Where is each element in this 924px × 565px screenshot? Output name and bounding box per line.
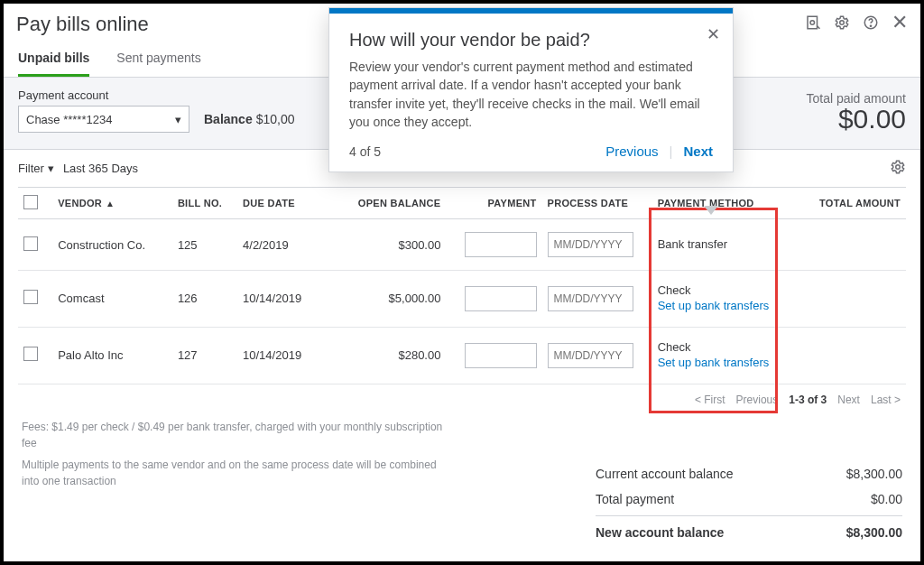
process-date-input[interactable] — [548, 286, 633, 311]
history-icon[interactable] — [805, 14, 821, 35]
fees-text-line1: Fees: $1.49 per check / $0.49 per bank t… — [22, 419, 455, 451]
table-settings-gear-icon[interactable] — [890, 159, 906, 178]
col-due-date[interactable]: DUE DATE — [237, 188, 333, 219]
pager-range: 1-3 of 3 — [789, 394, 827, 406]
cell-vendor: Construction Co. — [52, 219, 172, 271]
table-row: Construction Co.1254/2/2019$300.00Bank t… — [18, 219, 906, 271]
payment-account-value: Chase *****1234 — [26, 113, 112, 126]
col-process-date[interactable]: PROCESS DATE — [542, 188, 652, 219]
balance-label: Balance — [204, 112, 253, 126]
cell-payment-method: Bank transfer — [652, 219, 791, 271]
payment-input[interactable] — [465, 286, 537, 311]
payment-input[interactable] — [465, 232, 537, 257]
cell-bill-no: 125 — [172, 219, 237, 271]
settings-gear-icon[interactable] — [834, 14, 850, 35]
cell-due-date: 10/14/2019 — [237, 271, 333, 328]
sort-asc-icon: ▲ — [106, 199, 115, 208]
total-paid-amount: $0.00 — [806, 106, 906, 133]
setup-bank-transfers-link[interactable]: Set up bank transfers — [658, 299, 786, 314]
pager-previous[interactable]: Previous — [736, 394, 779, 406]
row-checkbox[interactable] — [23, 236, 38, 251]
tab-sent-payments[interactable]: Sent payments — [116, 45, 200, 77]
summary-total-value: $0.00 — [871, 492, 902, 506]
process-date-input[interactable] — [548, 343, 633, 368]
payment-input[interactable] — [465, 343, 537, 368]
tour-popover: ✕ How will your vendor be paid? Review y… — [328, 7, 734, 172]
cell-vendor: Palo Alto Inc — [52, 327, 172, 384]
svg-point-2 — [840, 20, 845, 24]
table-row: Comcast12610/14/2019$5,000.00CheckSet up… — [18, 271, 906, 328]
chevron-down-icon: ▾ — [175, 113, 181, 126]
help-icon[interactable] — [863, 14, 879, 35]
cell-open-balance: $280.00 — [333, 327, 446, 384]
filter-label: Filter — [18, 162, 44, 175]
row-checkbox[interactable] — [23, 290, 38, 304]
col-bill-no[interactable]: BILL NO. — [172, 188, 237, 219]
col-open-balance[interactable]: OPEN BALANCE — [333, 188, 446, 219]
tour-title: How will your vendor be paid? — [349, 30, 713, 51]
col-payment-method[interactable]: PAYMENT METHOD — [652, 188, 791, 219]
chevron-down-icon: ▾ — [48, 162, 54, 175]
tour-next-button[interactable]: Next — [683, 144, 713, 159]
tour-previous-button[interactable]: Previous — [605, 144, 658, 159]
tour-step: 4 of 5 — [349, 144, 381, 159]
cell-total-amount — [791, 219, 906, 271]
cell-open-balance: $300.00 — [333, 219, 446, 271]
tour-close-icon[interactable]: ✕ — [707, 24, 720, 44]
select-all-checkbox[interactable] — [23, 195, 38, 209]
col-vendor[interactable]: VENDOR▲ — [52, 188, 172, 219]
filter-range: Last 365 Days — [63, 162, 138, 175]
filter-button[interactable]: Filter ▾ — [18, 162, 54, 175]
tab-unpaid-bills[interactable]: Unpaid bills — [18, 45, 89, 77]
cell-bill-no: 127 — [172, 327, 237, 384]
cell-payment-method: CheckSet up bank transfers — [652, 271, 791, 328]
cell-total-amount — [791, 271, 906, 328]
cell-due-date: 10/14/2019 — [237, 327, 333, 384]
svg-point-4 — [870, 25, 871, 26]
separator: | — [670, 144, 673, 159]
pager-first[interactable]: < First — [695, 394, 725, 406]
summary-new-value: $8,300.00 — [846, 525, 902, 540]
fees-text-line2: Multiple payments to the same vendor and… — [22, 457, 455, 489]
payment-account-label: Payment account — [18, 88, 189, 102]
summary-current-label: Current account balance — [596, 467, 734, 481]
cell-open-balance: $5,000.00 — [333, 271, 446, 328]
payment-account-select[interactable]: Chase *****1234 ▾ — [18, 106, 189, 133]
summary-current-value: $8,300.00 — [846, 467, 902, 481]
svg-rect-0 — [808, 16, 818, 29]
row-checkbox[interactable] — [23, 347, 38, 361]
balance-value: $10,00 — [256, 112, 295, 126]
summary-new-label: New account balance — [596, 525, 724, 540]
cell-bill-no: 126 — [172, 271, 237, 328]
pager-last[interactable]: Last > — [871, 394, 901, 406]
cell-due-date: 4/2/2019 — [237, 219, 333, 271]
svg-point-5 — [896, 165, 901, 170]
col-payment[interactable]: PAYMENT — [446, 188, 541, 219]
svg-point-1 — [810, 20, 815, 24]
setup-bank-transfers-link[interactable]: Set up bank transfers — [658, 356, 786, 371]
table-row: Palo Alto Inc12710/14/2019$280.00CheckSe… — [18, 327, 906, 384]
process-date-input[interactable] — [548, 232, 633, 257]
pager-next[interactable]: Next — [837, 394, 860, 406]
close-icon[interactable]: ✕ — [892, 14, 908, 35]
cell-vendor: Comcast — [52, 271, 172, 328]
col-total-amount[interactable]: TOTAL AMOUNT — [791, 188, 906, 219]
summary-total-label: Total payment — [596, 492, 674, 506]
cell-total-amount — [791, 327, 906, 384]
cell-payment-method: CheckSet up bank transfers — [652, 327, 791, 384]
tour-body: Review your vendor's current payment met… — [349, 58, 713, 131]
callout-pointer-icon — [704, 206, 718, 215]
